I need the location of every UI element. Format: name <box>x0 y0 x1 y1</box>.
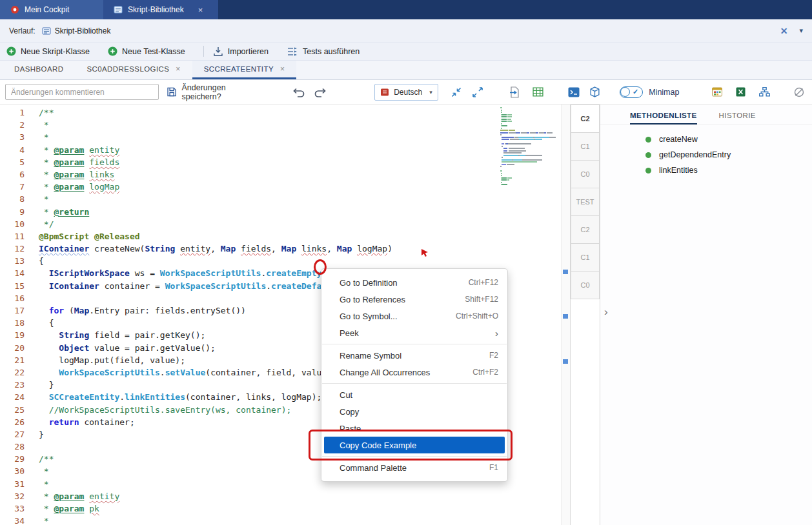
new-script-class-button[interactable]: Neue Skript-Klasse <box>6 46 90 56</box>
line-number: 2 <box>0 119 25 131</box>
cockpit-icon <box>10 5 19 14</box>
library-icon <box>114 5 123 14</box>
code-line[interactable]: 8 * <box>0 193 570 205</box>
code-line[interactable]: 12IContainer createNew(String entity, Ma… <box>0 243 570 255</box>
line-number: 9 <box>0 206 25 218</box>
code-line[interactable]: 5 * @param fields <box>0 156 570 168</box>
minimap-row <box>500 143 558 144</box>
menu-item-peek[interactable]: Peek› <box>321 324 507 341</box>
comment-input[interactable] <box>5 84 159 100</box>
code-line[interactable]: 32 * @param entity <box>0 490 570 502</box>
menu-item-cut[interactable]: Cut <box>321 386 507 403</box>
context-menu: Go to DefinitionCtrl+F12Go to References… <box>321 268 508 482</box>
menu-item-copy-code-example[interactable]: Copy Code Example <box>324 437 505 453</box>
minimap-row <box>500 175 558 176</box>
code-line[interactable]: 7 * @param logMap <box>0 181 570 193</box>
history-item-skript-bibliothek[interactable]: Skript-Bibliothek <box>42 26 111 35</box>
editor-scrollbar[interactable] <box>561 104 570 525</box>
menu-item-go-to-references[interactable]: Go to ReferencesShift+F12 <box>321 291 507 308</box>
undo-icon <box>292 86 305 98</box>
code-line[interactable]: 33 * @param pk <box>0 502 570 515</box>
minimap-row <box>500 110 558 111</box>
expand-button[interactable] <box>470 84 486 101</box>
side-tab-c0[interactable]: C0 <box>571 271 600 299</box>
save-changes-button[interactable]: Änderungen speichern? <box>167 83 263 101</box>
code-line[interactable]: 6 * @param links <box>0 168 570 181</box>
collapse-button[interactable] <box>449 84 465 101</box>
tab-historie[interactable]: HISTORIE <box>719 112 756 124</box>
window-tab-bar: Mein Cockpit Skript-Bibliothek × <box>0 0 812 19</box>
code-line[interactable]: 2 * <box>0 119 570 131</box>
code-line[interactable]: 34 * <box>0 515 570 525</box>
code-line[interactable]: 1/** <box>0 106 570 119</box>
line-number: 14 <box>0 267 25 279</box>
undo-button[interactable] <box>290 84 307 101</box>
code-line[interactable]: 4 * @param entity <box>0 144 570 156</box>
excel-export-button[interactable] <box>733 84 749 101</box>
close-icon[interactable]: × <box>198 6 203 14</box>
menu-item-change-all-occurrences[interactable]: Change All OccurrencesCtrl+F2 <box>321 364 507 381</box>
menu-item-label: Command Palette <box>340 463 478 473</box>
method-item-linkentities[interactable]: linkEntities <box>600 163 812 178</box>
tab-methodenliste[interactable]: METHODENLISTE <box>630 112 697 124</box>
chevron-down-icon[interactable]: ▾ <box>799 26 803 35</box>
menu-item-paste[interactable]: Paste <box>321 420 507 437</box>
code-line[interactable]: 10 */ <box>0 218 570 230</box>
minimap-row <box>500 125 558 126</box>
new-test-class-button[interactable]: Neue Test-Klasse <box>108 46 185 56</box>
side-tab-c2[interactable]: C2 <box>571 104 600 133</box>
doc-tab-label: SCCREATEENTITY <box>204 65 274 73</box>
doc-tab-dashboard[interactable]: DASHBOARD <box>3 61 75 79</box>
menu-separator <box>322 456 507 457</box>
code-text: * @param entity <box>39 144 119 156</box>
app-window: Mein Cockpit Skript-Bibliothek × Verlauf… <box>0 0 812 525</box>
method-label: createNew <box>659 135 698 144</box>
sync-disabled-button[interactable] <box>791 84 807 101</box>
menu-item-go-to-definition[interactable]: Go to DefinitionCtrl+F12 <box>321 274 507 291</box>
side-tab-c1[interactable]: C1 <box>571 132 600 161</box>
method-item-getdependendentry[interactable]: getDependendEntry <box>600 147 812 163</box>
toggle-knob <box>620 87 630 97</box>
close-icon[interactable]: × <box>280 64 285 74</box>
code-text: * @param fields <box>39 156 119 168</box>
hierarchy-button[interactable] <box>756 84 773 101</box>
doc-tab-sccreateentity[interactable]: SCCREATEENTITY× <box>192 61 297 79</box>
menu-item-command-palette[interactable]: Command PaletteF1 <box>321 459 507 476</box>
run-tests-button[interactable]: Tests ausführen <box>287 46 360 57</box>
import-button[interactable]: Importieren <box>213 46 269 57</box>
code-text: { <box>39 317 54 329</box>
code-line[interactable]: 11@BpmScript @Released <box>0 230 570 243</box>
menu-item-go-to-symbol[interactable]: Go to Symbol...Ctrl+Shift+O <box>321 308 507 324</box>
code-line[interactable]: 3 * <box>0 131 570 143</box>
minimap-row <box>500 182 558 183</box>
export-code-button[interactable] <box>507 84 523 101</box>
minimap-toggle[interactable]: ✓ <box>620 86 643 98</box>
method-item-createnew[interactable]: createNew <box>600 132 812 147</box>
menu-item-label: Peek <box>340 328 495 338</box>
code-line[interactable]: 13{ <box>0 255 570 267</box>
menu-item-copy[interactable]: Copy <box>321 403 507 420</box>
side-tab-c0[interactable]: C0 <box>571 160 600 188</box>
excel-icon <box>736 87 746 97</box>
planner-button[interactable] <box>709 84 725 101</box>
close-icon[interactable]: × <box>176 64 180 74</box>
side-tab-test[interactable]: TEST <box>571 188 600 216</box>
window-tab-mein-cockpit[interactable]: Mein Cockpit <box>0 0 103 19</box>
close-icon[interactable]: ✕ <box>780 26 788 36</box>
window-tab-skript-bibliothek[interactable]: Skript-Bibliothek × <box>103 0 218 19</box>
doc-tab-sc0addresslogics[interactable]: SC0ADDRESSLOGICS× <box>75 61 192 79</box>
side-tab-c2[interactable]: C2 <box>571 215 600 244</box>
minimap[interactable] <box>500 107 558 186</box>
code-line[interactable]: 9 * @return <box>0 206 570 218</box>
redo-button[interactable] <box>312 84 328 101</box>
table-view-button[interactable] <box>530 84 546 101</box>
chevron-right-icon[interactable]: › <box>604 306 608 319</box>
package-button[interactable] <box>587 84 603 101</box>
menu-item-rename-symbol[interactable]: Rename SymbolF2 <box>321 347 507 364</box>
language-select[interactable]: Deutsch ▾ <box>374 84 438 101</box>
code-text: /** <box>39 453 54 465</box>
button-label: Neue Skript-Klasse <box>21 47 90 56</box>
line-number: 11 <box>0 230 25 243</box>
side-tab-c1[interactable]: C1 <box>571 243 600 272</box>
terminal-button[interactable] <box>565 84 582 101</box>
